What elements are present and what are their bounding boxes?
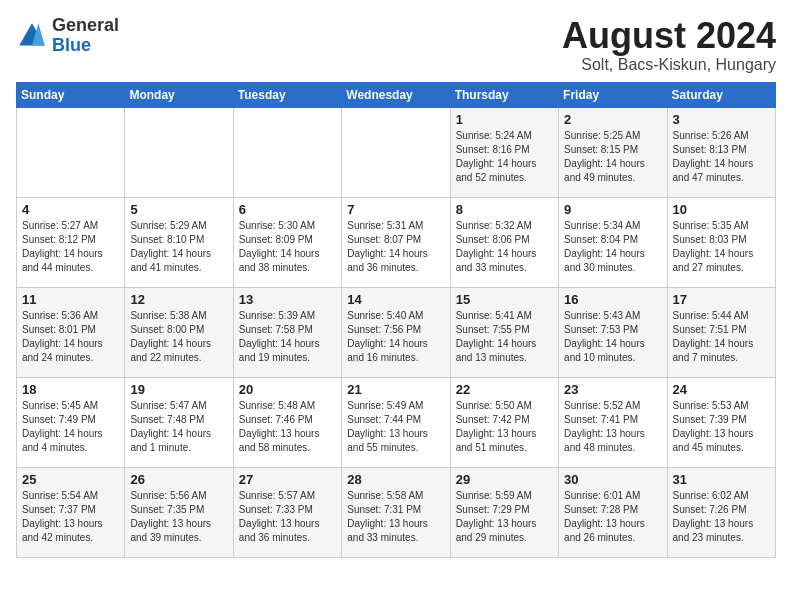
day-details: Sunrise: 5:47 AM Sunset: 7:48 PM Dayligh… (130, 399, 227, 455)
day-details: Sunrise: 5:39 AM Sunset: 7:58 PM Dayligh… (239, 309, 336, 365)
day-details: Sunrise: 5:31 AM Sunset: 8:07 PM Dayligh… (347, 219, 444, 275)
day-number: 7 (347, 202, 444, 217)
day-number: 16 (564, 292, 661, 307)
calendar-table: SundayMondayTuesdayWednesdayThursdayFrid… (16, 82, 776, 558)
logo-text: General Blue (52, 16, 119, 56)
day-cell: 30Sunrise: 6:01 AM Sunset: 7:28 PM Dayli… (559, 467, 667, 557)
day-cell: 21Sunrise: 5:49 AM Sunset: 7:44 PM Dayli… (342, 377, 450, 467)
day-number: 12 (130, 292, 227, 307)
day-details: Sunrise: 5:44 AM Sunset: 7:51 PM Dayligh… (673, 309, 770, 365)
day-cell: 2Sunrise: 5:25 AM Sunset: 8:15 PM Daylig… (559, 107, 667, 197)
day-details: Sunrise: 5:48 AM Sunset: 7:46 PM Dayligh… (239, 399, 336, 455)
day-details: Sunrise: 5:52 AM Sunset: 7:41 PM Dayligh… (564, 399, 661, 455)
week-row-2: 4Sunrise: 5:27 AM Sunset: 8:12 PM Daylig… (17, 197, 776, 287)
day-details: Sunrise: 5:30 AM Sunset: 8:09 PM Dayligh… (239, 219, 336, 275)
header-day-sunday: Sunday (17, 82, 125, 107)
day-details: Sunrise: 5:45 AM Sunset: 7:49 PM Dayligh… (22, 399, 119, 455)
day-number: 24 (673, 382, 770, 397)
day-number: 8 (456, 202, 553, 217)
logo: General Blue (16, 16, 119, 56)
week-row-1: 1Sunrise: 5:24 AM Sunset: 8:16 PM Daylig… (17, 107, 776, 197)
day-details: Sunrise: 5:36 AM Sunset: 8:01 PM Dayligh… (22, 309, 119, 365)
week-row-5: 25Sunrise: 5:54 AM Sunset: 7:37 PM Dayli… (17, 467, 776, 557)
day-details: Sunrise: 5:49 AM Sunset: 7:44 PM Dayligh… (347, 399, 444, 455)
day-number: 18 (22, 382, 119, 397)
day-details: Sunrise: 5:29 AM Sunset: 8:10 PM Dayligh… (130, 219, 227, 275)
day-cell (233, 107, 341, 197)
day-cell: 25Sunrise: 5:54 AM Sunset: 7:37 PM Dayli… (17, 467, 125, 557)
header-day-saturday: Saturday (667, 82, 775, 107)
day-cell: 23Sunrise: 5:52 AM Sunset: 7:41 PM Dayli… (559, 377, 667, 467)
header-day-friday: Friday (559, 82, 667, 107)
month-year-title: August 2024 (562, 16, 776, 56)
day-cell (17, 107, 125, 197)
day-details: Sunrise: 5:58 AM Sunset: 7:31 PM Dayligh… (347, 489, 444, 545)
day-number: 26 (130, 472, 227, 487)
day-cell: 9Sunrise: 5:34 AM Sunset: 8:04 PM Daylig… (559, 197, 667, 287)
header-row: SundayMondayTuesdayWednesdayThursdayFrid… (17, 82, 776, 107)
day-number: 22 (456, 382, 553, 397)
day-details: Sunrise: 5:26 AM Sunset: 8:13 PM Dayligh… (673, 129, 770, 185)
day-number: 19 (130, 382, 227, 397)
day-number: 1 (456, 112, 553, 127)
day-details: Sunrise: 5:25 AM Sunset: 8:15 PM Dayligh… (564, 129, 661, 185)
day-details: Sunrise: 5:32 AM Sunset: 8:06 PM Dayligh… (456, 219, 553, 275)
header-day-monday: Monday (125, 82, 233, 107)
day-cell: 8Sunrise: 5:32 AM Sunset: 8:06 PM Daylig… (450, 197, 558, 287)
day-cell: 26Sunrise: 5:56 AM Sunset: 7:35 PM Dayli… (125, 467, 233, 557)
header-day-thursday: Thursday (450, 82, 558, 107)
day-details: Sunrise: 5:50 AM Sunset: 7:42 PM Dayligh… (456, 399, 553, 455)
day-number: 6 (239, 202, 336, 217)
day-cell: 27Sunrise: 5:57 AM Sunset: 7:33 PM Dayli… (233, 467, 341, 557)
day-cell: 7Sunrise: 5:31 AM Sunset: 8:07 PM Daylig… (342, 197, 450, 287)
calendar-body: 1Sunrise: 5:24 AM Sunset: 8:16 PM Daylig… (17, 107, 776, 557)
day-number: 25 (22, 472, 119, 487)
day-number: 3 (673, 112, 770, 127)
day-cell (125, 107, 233, 197)
day-number: 23 (564, 382, 661, 397)
day-cell: 18Sunrise: 5:45 AM Sunset: 7:49 PM Dayli… (17, 377, 125, 467)
day-cell: 17Sunrise: 5:44 AM Sunset: 7:51 PM Dayli… (667, 287, 775, 377)
day-number: 31 (673, 472, 770, 487)
day-number: 10 (673, 202, 770, 217)
header-day-wednesday: Wednesday (342, 82, 450, 107)
day-cell: 29Sunrise: 5:59 AM Sunset: 7:29 PM Dayli… (450, 467, 558, 557)
week-row-3: 11Sunrise: 5:36 AM Sunset: 8:01 PM Dayli… (17, 287, 776, 377)
day-details: Sunrise: 6:02 AM Sunset: 7:26 PM Dayligh… (673, 489, 770, 545)
day-number: 17 (673, 292, 770, 307)
location-subtitle: Solt, Bacs-Kiskun, Hungary (562, 56, 776, 74)
day-cell: 16Sunrise: 5:43 AM Sunset: 7:53 PM Dayli… (559, 287, 667, 377)
day-cell: 13Sunrise: 5:39 AM Sunset: 7:58 PM Dayli… (233, 287, 341, 377)
day-number: 9 (564, 202, 661, 217)
day-cell: 31Sunrise: 6:02 AM Sunset: 7:26 PM Dayli… (667, 467, 775, 557)
day-details: Sunrise: 5:53 AM Sunset: 7:39 PM Dayligh… (673, 399, 770, 455)
day-cell: 12Sunrise: 5:38 AM Sunset: 8:00 PM Dayli… (125, 287, 233, 377)
day-cell: 11Sunrise: 5:36 AM Sunset: 8:01 PM Dayli… (17, 287, 125, 377)
header-day-tuesday: Tuesday (233, 82, 341, 107)
day-details: Sunrise: 5:27 AM Sunset: 8:12 PM Dayligh… (22, 219, 119, 275)
day-number: 4 (22, 202, 119, 217)
day-details: Sunrise: 5:24 AM Sunset: 8:16 PM Dayligh… (456, 129, 553, 185)
day-number: 5 (130, 202, 227, 217)
logo-blue: Blue (52, 36, 119, 56)
day-number: 20 (239, 382, 336, 397)
day-cell: 3Sunrise: 5:26 AM Sunset: 8:13 PM Daylig… (667, 107, 775, 197)
logo-general: General (52, 16, 119, 36)
day-details: Sunrise: 5:35 AM Sunset: 8:03 PM Dayligh… (673, 219, 770, 275)
day-number: 2 (564, 112, 661, 127)
day-details: Sunrise: 5:57 AM Sunset: 7:33 PM Dayligh… (239, 489, 336, 545)
day-cell: 4Sunrise: 5:27 AM Sunset: 8:12 PM Daylig… (17, 197, 125, 287)
day-cell (342, 107, 450, 197)
calendar-header: SundayMondayTuesdayWednesdayThursdayFrid… (17, 82, 776, 107)
day-number: 15 (456, 292, 553, 307)
week-row-4: 18Sunrise: 5:45 AM Sunset: 7:49 PM Dayli… (17, 377, 776, 467)
day-number: 29 (456, 472, 553, 487)
day-details: Sunrise: 5:59 AM Sunset: 7:29 PM Dayligh… (456, 489, 553, 545)
day-details: Sunrise: 5:38 AM Sunset: 8:00 PM Dayligh… (130, 309, 227, 365)
day-details: Sunrise: 5:43 AM Sunset: 7:53 PM Dayligh… (564, 309, 661, 365)
day-details: Sunrise: 6:01 AM Sunset: 7:28 PM Dayligh… (564, 489, 661, 545)
day-number: 30 (564, 472, 661, 487)
day-number: 27 (239, 472, 336, 487)
day-details: Sunrise: 5:41 AM Sunset: 7:55 PM Dayligh… (456, 309, 553, 365)
day-number: 13 (239, 292, 336, 307)
